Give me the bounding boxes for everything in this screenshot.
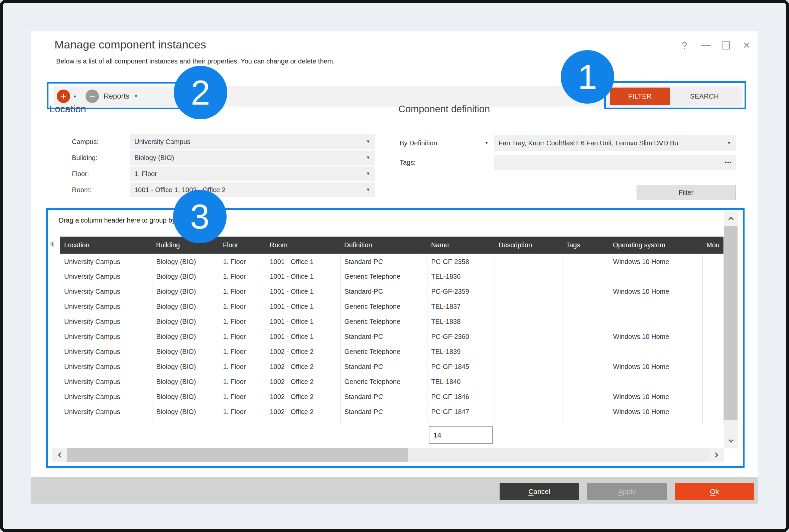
definition-value-dropdown[interactable]: Fan Tray, Knürr CoolBlastT 6 Fan Unit, L… bbox=[494, 135, 736, 151]
chevron-down-icon: ▼ bbox=[366, 166, 370, 181]
floor-value: 1. Floor bbox=[134, 170, 157, 177]
ellipsis-icon[interactable]: ••• bbox=[725, 155, 732, 170]
building-label: Building: bbox=[72, 154, 98, 162]
chevron-down-icon: ▼ bbox=[485, 141, 488, 145]
callout-box-1 bbox=[604, 81, 746, 109]
building-value: Biology (BIO) bbox=[134, 154, 174, 162]
maximize-icon bbox=[722, 41, 730, 50]
ok-button[interactable]: Ok bbox=[675, 483, 754, 500]
help-icon: ? bbox=[682, 40, 688, 51]
help-button[interactable]: ? bbox=[678, 39, 691, 52]
close-button[interactable]: ✕ bbox=[740, 39, 753, 52]
definition-value: Fan Tray, Knürr CoolBlastT 6 Fan Unit, L… bbox=[499, 139, 678, 147]
maximize-button[interactable] bbox=[719, 39, 733, 52]
chevron-down-icon: ▼ bbox=[366, 183, 370, 197]
minimize-button[interactable] bbox=[699, 39, 712, 52]
callout-badge-2: 2 bbox=[174, 66, 227, 119]
apply-label: Apply bbox=[618, 488, 636, 496]
callout-badge-1: 1 bbox=[561, 50, 614, 103]
chevron-down-icon: ▼ bbox=[366, 150, 370, 165]
component-definition-heading: Component definition bbox=[398, 103, 490, 115]
tags-label: Tags: bbox=[400, 159, 416, 166]
callout-box-2 bbox=[47, 82, 179, 109]
by-definition-label: By Definition bbox=[400, 139, 437, 147]
campus-label: Campus: bbox=[72, 138, 99, 146]
callout-badge-3: 3 bbox=[173, 190, 227, 243]
dialog-footer: Cancel Apply Ok bbox=[31, 477, 757, 504]
room-dropdown[interactable]: 1001 - Office 1, 1002 - Office 2 ▼ bbox=[130, 183, 375, 197]
tags-field[interactable]: ••• bbox=[494, 155, 736, 170]
ok-label: Ok bbox=[710, 488, 719, 496]
chevron-down-icon: ▼ bbox=[727, 135, 731, 151]
screenshot-frame: Manage component instances Below is a li… bbox=[0, 0, 789, 532]
apply-button[interactable]: Apply bbox=[587, 483, 667, 500]
floor-label: Floor: bbox=[72, 170, 89, 178]
building-dropdown[interactable]: Biology (BIO) ▼ bbox=[130, 150, 375, 165]
campus-value: University Campus bbox=[134, 138, 191, 145]
chevron-down-icon: ▼ bbox=[366, 134, 370, 149]
minimize-icon bbox=[701, 45, 710, 46]
callout-box-3 bbox=[46, 208, 745, 468]
close-icon: ✕ bbox=[743, 40, 751, 51]
filter-button[interactable]: Filter bbox=[637, 185, 735, 200]
cancel-label: Cancel bbox=[528, 488, 550, 496]
cancel-button[interactable]: Cancel bbox=[500, 483, 579, 500]
campus-dropdown[interactable]: University Campus ▼ bbox=[130, 134, 375, 149]
room-label: Room: bbox=[72, 186, 92, 194]
page-title: Manage component instances bbox=[55, 38, 206, 51]
filter-button-label: Filter bbox=[679, 189, 693, 196]
page-subtitle: Below is a list of all component instanc… bbox=[56, 57, 335, 65]
floor-dropdown[interactable]: 1. Floor ▼ bbox=[130, 166, 375, 181]
by-definition-dropdown[interactable]: By Definition ▼ bbox=[400, 135, 488, 151]
